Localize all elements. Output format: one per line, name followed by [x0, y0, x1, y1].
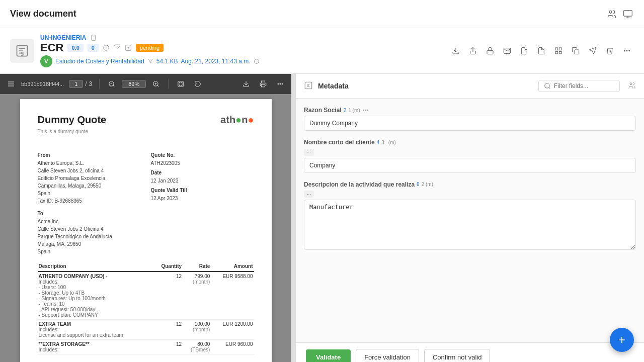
- download-icon[interactable]: [449, 44, 463, 58]
- bottom-bar: Validate Force validation Confirm not va…: [296, 342, 644, 362]
- field-descripcion-dots[interactable]: ···: [304, 191, 314, 198]
- force-validation-button[interactable]: Force validation: [356, 349, 419, 362]
- pdf-icon[interactable]: [517, 44, 531, 58]
- svg-point-31: [545, 83, 549, 88]
- pdf-zoom-in-icon[interactable]: [149, 77, 163, 91]
- monitor-icon[interactable]: [622, 8, 634, 20]
- item-qty-2: 12: [153, 320, 183, 340]
- pdf-separator2: [168, 79, 169, 89]
- pdf-col-amount: Amount: [211, 261, 254, 272]
- mail-icon[interactable]: [500, 44, 514, 58]
- pdf-fit-page-icon[interactable]: [174, 77, 188, 91]
- table-row: **EXTRA STORAGE** Includes: 12 80.00(TBm…: [38, 340, 254, 354]
- nombre-corto-input[interactable]: [304, 158, 636, 173]
- pdf-zoom-input[interactable]: [122, 80, 146, 88]
- grid-icon[interactable]: [551, 44, 566, 58]
- item-qty-3: 12: [153, 340, 183, 354]
- pdf-doc-title: Dummy Quote: [38, 114, 107, 126]
- svg-point-36: [367, 110, 368, 111]
- share-icon[interactable]: [466, 44, 480, 58]
- svg-point-12: [624, 50, 625, 51]
- fab-button[interactable]: +: [610, 328, 634, 352]
- svg-rect-8: [559, 51, 561, 54]
- pdf-col-description: Description: [38, 261, 153, 272]
- pdf-rotate-icon[interactable]: [191, 77, 205, 91]
- field-descripcion-label: Descripcion de la actividad que realiza …: [304, 181, 636, 188]
- upload-date: Aug. 21, 2023, 11:43 a.m.: [181, 58, 250, 65]
- svg-point-0: [609, 11, 612, 13]
- pdf-toolbar: bb391b918fff44... / 3: [0, 74, 291, 94]
- pdf-date-value: 12 Jan 2023: [151, 177, 254, 185]
- pdf-quote-col: Quote No. ATH2023005 Date 12 Jan 2023 Qu…: [151, 152, 254, 205]
- item-amount-1: EUR 9588.00: [211, 272, 254, 320]
- pdf-table: Description Quantity Rate Amount ATHENTO…: [38, 261, 254, 354]
- svg-rect-26: [262, 84, 265, 87]
- metadata-icon: [304, 81, 314, 91]
- file-icon[interactable]: [534, 44, 548, 58]
- svg-rect-4: [487, 50, 493, 54]
- pdf-more-icon[interactable]: [273, 77, 287, 91]
- svg-point-35: [365, 110, 366, 111]
- pdf-content: Dummy Quote This is a dummy quote ath●n●…: [0, 94, 291, 362]
- pdf-viewer: bb391b918fff44... / 3: [0, 74, 292, 362]
- split-handle[interactable]: [292, 74, 296, 362]
- right-panel-user-icon[interactable]: [628, 81, 636, 91]
- svg-point-14: [629, 50, 630, 51]
- item-desc-1: ATHENTO COMPANY (USD) - Includes:- Users…: [38, 272, 153, 320]
- pdf-page-input[interactable]: [69, 80, 83, 88]
- razon-social-input[interactable]: [304, 116, 636, 131]
- pdf-col-quantity: Quantity: [153, 261, 183, 272]
- doc-meta-sub: V Estudio de Costes y Rentabilidad 54.1 …: [40, 55, 443, 67]
- pdf-quote-no-label: Quote No.: [151, 152, 254, 158]
- filter-fields-input[interactable]: [554, 82, 614, 89]
- right-panel-header: Metadata: [296, 74, 644, 99]
- pdf-page: Dummy Quote This is a dummy quote ath●n●…: [20, 99, 272, 362]
- svg-rect-25: [178, 81, 184, 87]
- pdf-page-info: / 3: [69, 80, 92, 88]
- badge-count2: 0: [88, 44, 99, 52]
- doc-meta-top: UN-INGENIERIA: [40, 34, 443, 41]
- doc-meta: UN-INGENIERIA ECR 0.0 0 pending V Estudi…: [40, 34, 443, 67]
- descripcion-textarea[interactable]: Manufacturer: [304, 200, 636, 250]
- pdf-from-label: From: [38, 152, 141, 158]
- confirm-not-valid-button[interactable]: Confirm not valid: [424, 349, 491, 362]
- more-horizontal-icon[interactable]: [620, 44, 634, 58]
- svg-line-19: [113, 85, 115, 87]
- pdf-print-icon[interactable]: [256, 77, 270, 91]
- pdf-menu-icon[interactable]: [4, 77, 18, 91]
- pdf-to-col: To Acme Inc.Calle Steven Jobs 2 Oficina …: [38, 211, 254, 255]
- top-bar: View document: [0, 0, 644, 28]
- field-nombre-dots[interactable]: ···: [304, 149, 314, 156]
- pdf-quote-no-value: ATH2023005: [151, 159, 254, 167]
- pdf-to-label: To: [38, 211, 254, 216]
- page-title: View document: [10, 9, 76, 19]
- item-desc-3: **EXTRA STORAGE** Includes:: [38, 340, 153, 354]
- doc-type-label: ECR: [40, 41, 63, 54]
- pdf-address-section: From Athento Europa, S.L.Calle Steven Jo…: [38, 152, 254, 205]
- validate-button[interactable]: Validate: [306, 349, 351, 362]
- file-size: 54.1 KB: [156, 58, 178, 65]
- pdf-zoom-out-icon[interactable]: [105, 77, 119, 91]
- lock-icon[interactable]: [483, 44, 497, 58]
- pdf-download-icon[interactable]: [239, 77, 253, 91]
- right-panel-title: Metadata: [318, 82, 534, 90]
- trash-icon[interactable]: [603, 44, 617, 58]
- pdf-title-block: Dummy Quote This is a dummy quote: [38, 114, 107, 144]
- pdf-to-section: To Acme Inc.Calle Steven Jobs 2 Oficina …: [38, 211, 254, 255]
- search-box[interactable]: [538, 80, 620, 92]
- doc-meta-title: ECR 0.0 0 pending: [40, 41, 443, 54]
- svg-point-28: [280, 83, 281, 84]
- item-amount-3: EUR 960.00: [211, 340, 254, 354]
- top-bar-actions: [606, 8, 634, 20]
- svg-rect-6: [559, 48, 561, 50]
- document-header: $ UN-INGENIERIA ECR 0.0 0 pending V Estu…: [0, 28, 644, 74]
- pdf-from-value: Athento Europa, S.L.Calle Steven Jobs 2,…: [38, 159, 141, 205]
- field-nombre-corto: Nombre corto del cliente 4 3 (m) ···: [304, 139, 636, 173]
- send-icon[interactable]: [586, 44, 600, 58]
- user-group-icon[interactable]: [606, 8, 618, 20]
- svg-point-34: [363, 110, 364, 111]
- pdf-from-col: From Athento Europa, S.L.Calle Steven Jo…: [38, 152, 141, 205]
- status-badge: pending: [136, 44, 164, 52]
- svg-rect-9: [575, 50, 579, 54]
- copy-icon[interactable]: [569, 44, 583, 58]
